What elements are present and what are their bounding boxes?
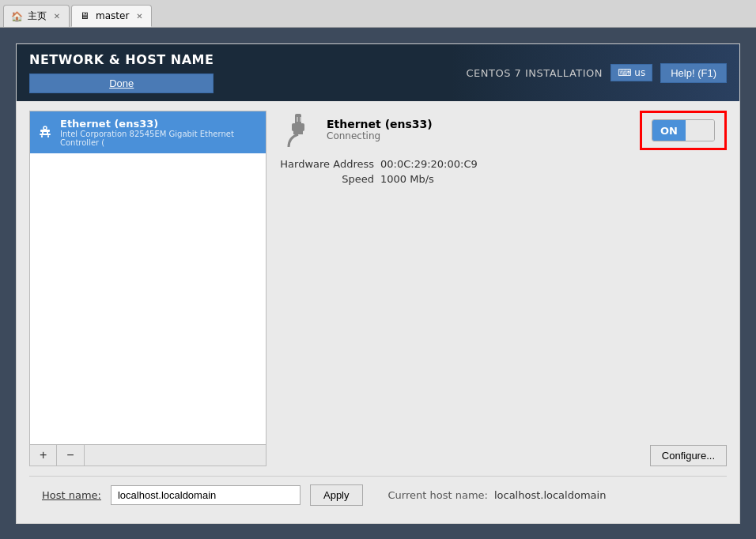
current-hostname-value: localhost.localdomain <box>494 489 606 501</box>
network-config: Ethernet (ens33) Intel Corporation 82545… <box>29 111 727 466</box>
svg-rect-10 <box>293 131 303 134</box>
monitor-icon: 🖥 <box>78 9 91 22</box>
done-button[interactable]: Done <box>29 74 214 93</box>
toggle-switch[interactable]: ON <box>652 119 715 141</box>
interface-item[interactable]: Ethernet (ens33) Intel Corporation 82545… <box>30 111 266 153</box>
hw-address-value: 00:0C:29:20:00:C9 <box>380 158 478 170</box>
interface-item-text: Ethernet (ens33) Intel Corporation 82545… <box>60 118 258 147</box>
hostname-underline-h: H <box>42 489 50 501</box>
tab-home[interactable]: 🏠 主页 ✕ <box>3 5 70 27</box>
svg-rect-11 <box>297 117 298 122</box>
details-panel: Ethernet (ens33) Connecting ON <box>279 111 727 466</box>
keyboard-icon: ⌨ <box>618 67 631 78</box>
toggle-off-area <box>686 120 714 141</box>
svg-rect-12 <box>300 117 301 122</box>
remove-interface-button[interactable]: − <box>57 445 84 466</box>
hostname-input[interactable] <box>111 485 301 505</box>
configure-button[interactable]: Configure... <box>650 445 727 466</box>
network-cable-icon <box>279 111 317 149</box>
configure-row: Configure... <box>279 445 727 466</box>
hw-speed-value: 1000 Mb/s <box>380 173 434 185</box>
toggle-container: ON <box>640 111 727 150</box>
tab-master-close[interactable]: ✕ <box>134 10 145 21</box>
home-icon: 🏠 <box>10 10 23 23</box>
tab-bar: 🏠 主页 ✕ 🖥 master ✕ <box>0 0 756 27</box>
install-panel: NETWORK & HOST NAME Done CENTOS 7 INSTAL… <box>16 43 740 524</box>
browser-chrome: 🏠 主页 ✕ 🖥 master ✕ <box>0 0 756 28</box>
toggle-on-label: ON <box>652 120 686 141</box>
interface-actions: + − <box>30 444 266 466</box>
details-interface-name: Ethernet (ens33) <box>327 118 433 130</box>
ethernet-icon <box>38 125 52 141</box>
current-hostname: Current host name: localhost.localdomain <box>388 489 607 501</box>
body-area: Ethernet (ens33) Intel Corporation 82545… <box>17 101 739 523</box>
details-header: Ethernet (ens33) Connecting ON <box>279 111 727 150</box>
svg-rect-0 <box>40 134 51 135</box>
keyboard-lang: us <box>634 67 645 78</box>
centos-label: CENTOS 7 INSTALLATION <box>467 67 603 79</box>
tab-master[interactable]: 🖥 master ✕ <box>71 5 152 27</box>
hostname-row: Host name: Apply Current host name: loca… <box>29 476 727 514</box>
tab-home-label: 主页 <box>28 9 47 23</box>
apply-button[interactable]: Apply <box>310 484 363 506</box>
details-info: Ethernet (ens33) Connecting <box>279 111 433 149</box>
interface-panel: Ethernet (ens33) Intel Corporation 82545… <box>29 111 266 466</box>
svg-point-6 <box>43 126 47 130</box>
svg-rect-5 <box>47 135 49 138</box>
hostname-label-text: Host name: <box>42 489 101 501</box>
keyboard-selector[interactable]: ⌨ us <box>610 64 652 81</box>
tab-master-label: master <box>96 10 129 21</box>
current-hostname-label: Current host name: <box>388 489 488 501</box>
interface-name: Ethernet (ens33) <box>60 118 258 130</box>
hw-details: Hardware Address 00:0C:29:20:00:C9 Speed… <box>279 158 727 185</box>
panel-title: NETWORK & HOST NAME <box>29 52 214 67</box>
hw-address-row: Hardware Address 00:0C:29:20:00:C9 <box>279 158 727 170</box>
hw-address-label: Hardware Address <box>279 158 374 170</box>
interface-list-body <box>30 153 266 444</box>
tab-home-close[interactable]: ✕ <box>51 11 62 22</box>
hw-speed-row: Speed 1000 Mb/s <box>279 173 727 185</box>
hw-speed-label: Speed <box>279 173 374 185</box>
panel-right: CENTOS 7 INSTALLATION ⌨ us Help! (F1) <box>467 63 728 83</box>
add-interface-button[interactable]: + <box>30 445 57 466</box>
svg-rect-4 <box>41 135 43 138</box>
help-button[interactable]: Help! (F1) <box>660 63 727 83</box>
interface-desc: Intel Corporation 82545EM Gigabit Ethern… <box>60 130 258 147</box>
svg-rect-9 <box>292 123 304 131</box>
hostname-label: Host name: <box>42 489 101 501</box>
main-content: NETWORK & HOST NAME Done CENTOS 7 INSTAL… <box>0 28 756 539</box>
details-text: Ethernet (ens33) Connecting <box>327 118 433 141</box>
details-status: Connecting <box>327 130 433 141</box>
panel-header: NETWORK & HOST NAME Done CENTOS 7 INSTAL… <box>17 44 739 101</box>
